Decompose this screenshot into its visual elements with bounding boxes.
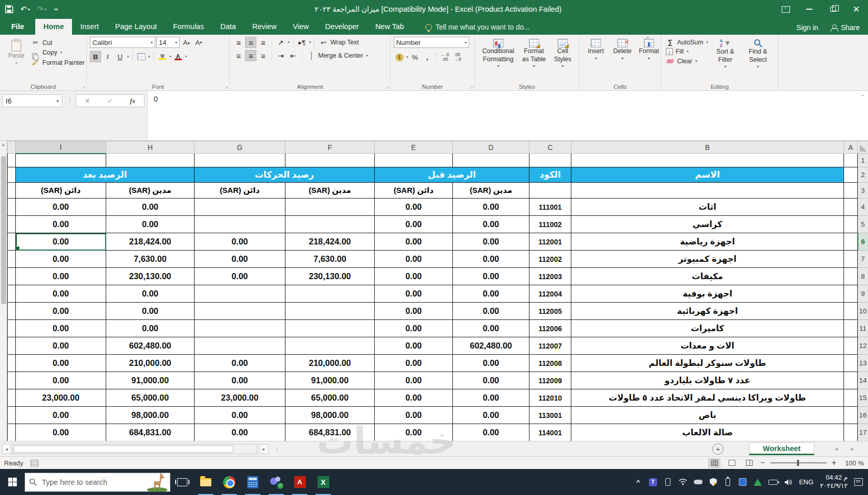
cell[interactable]: كراسي <box>571 216 844 233</box>
accounting-format-button[interactable]: $ <box>394 52 405 63</box>
tray-show-hidden-icons[interactable]: ^ <box>634 478 642 486</box>
cell[interactable]: 684,831.00 <box>285 424 375 441</box>
cell[interactable]: 98,000.00 <box>285 407 375 424</box>
cell[interactable]: 0.00 <box>106 285 195 303</box>
customize-qat-button[interactable]: ⌁ <box>54 5 58 14</box>
cell[interactable]: 0.00 <box>16 337 106 355</box>
column-header-g[interactable]: G <box>195 141 285 154</box>
cell[interactable]: 0.00 <box>106 216 195 233</box>
row-header-5[interactable]: 5 <box>858 216 868 233</box>
cell[interactable]: 0.00 <box>16 216 106 233</box>
group-header[interactable]: الرصيد بعد <box>16 167 195 183</box>
cell[interactable]: 98,000.00 <box>106 407 195 424</box>
cell[interactable]: 112006 <box>529 320 571 337</box>
sign-in-link[interactable]: Sign in <box>797 23 818 32</box>
comma-style-button[interactable]: , <box>422 52 433 63</box>
cell[interactable] <box>106 154 195 167</box>
tray-teams-icon[interactable]: T <box>649 478 657 486</box>
cell[interactable]: صالة الالعاب <box>571 424 844 441</box>
cell[interactable]: 602,480.00 <box>106 337 195 355</box>
decrease-font-size-button[interactable]: A▾ <box>193 37 204 48</box>
cell[interactable] <box>8 303 16 320</box>
cell[interactable]: 210,000.00 <box>285 355 375 372</box>
cell[interactable]: اجهزة بوفية <box>571 285 844 303</box>
autosum-button[interactable]: ∑AutoSum▾ <box>664 38 710 46</box>
cell[interactable]: 0.00 <box>453 251 529 268</box>
cell[interactable]: 112008 <box>529 355 571 372</box>
cell[interactable]: 0.00 <box>195 424 285 441</box>
cell[interactable]: 0.00 <box>375 407 453 424</box>
cell[interactable]: 0.00 <box>453 268 529 285</box>
taskbar-chrome[interactable] <box>218 469 241 495</box>
cell[interactable]: 0.00 <box>16 372 106 389</box>
cell[interactable]: 0.00 <box>375 389 453 407</box>
font-name-combo[interactable]: Calibri▾ <box>90 37 155 48</box>
sort-filter-button[interactable]: AZ▼ Sort & Filter▾ <box>710 37 741 71</box>
decrease-decimal-button[interactable]: .00→.0 <box>452 52 463 63</box>
zoom-in-button[interactable]: + <box>832 458 836 467</box>
cell[interactable]: 0.00 <box>375 337 453 355</box>
cell[interactable]: 0.00 <box>16 303 106 320</box>
cell[interactable] <box>8 154 16 167</box>
cell[interactable] <box>844 251 858 268</box>
cell[interactable] <box>844 407 858 424</box>
cell[interactable]: اجهزة كمبيوتر <box>571 251 844 268</box>
cell[interactable]: 0.00 <box>453 303 529 320</box>
cell[interactable] <box>8 389 16 407</box>
cell[interactable]: 0.00 <box>195 355 285 372</box>
cell[interactable]: اثاث <box>571 199 844 216</box>
conditional-formatting-button[interactable]: ▮▮ Conditional Formatting▾ <box>478 37 518 71</box>
redo-button[interactable]: ↷▾ <box>37 5 47 14</box>
cell[interactable] <box>8 233 16 251</box>
tray-volume-icon[interactable] <box>784 479 792 486</box>
cell[interactable] <box>844 233 858 251</box>
cell[interactable]: 7,630.00 <box>285 251 375 268</box>
sheet-tab-worksheet[interactable]: Worksheet <box>749 442 814 455</box>
cell[interactable] <box>195 199 285 216</box>
tray-security-shield-icon[interactable] <box>709 478 717 486</box>
restore-button[interactable] <box>821 0 845 18</box>
select-all-corner[interactable] <box>858 141 868 154</box>
bold-button[interactable]: B <box>90 51 101 62</box>
format-as-table-button[interactable]: ◢ Format as Table▾ <box>518 37 549 71</box>
cell[interactable]: 0.00 <box>453 372 529 389</box>
cell[interactable] <box>8 285 16 303</box>
cell[interactable] <box>8 355 16 372</box>
row-header-16[interactable]: 16 <box>858 407 868 424</box>
cell[interactable]: 0.00 <box>453 216 529 233</box>
percent-style-button[interactable]: % <box>409 52 421 63</box>
cell[interactable]: 0.00 <box>106 199 195 216</box>
cell[interactable]: 111002 <box>529 216 571 233</box>
subheader-cell[interactable]: مدين (SAR) <box>453 183 529 199</box>
cell[interactable] <box>844 268 858 285</box>
cancel-entry-button[interactable]: ✕ <box>85 97 90 105</box>
font-dialog-launcher[interactable]: ⌟ <box>225 83 228 89</box>
cell[interactable]: 112003 <box>529 268 571 285</box>
undo-button[interactable]: ↶▾ <box>20 5 30 14</box>
formula-bar-collapse-icon[interactable]: ⌃ <box>861 94 865 100</box>
cell[interactable]: 113001 <box>529 407 571 424</box>
row-header-3[interactable]: 3 <box>858 183 868 199</box>
tray-wifi-icon[interactable] <box>679 479 687 485</box>
sheet-nav-prev-arrow[interactable]: ◂ <box>835 445 838 452</box>
cell[interactable]: 0.00 <box>453 389 529 407</box>
align-left-button[interactable]: ≡ <box>233 50 244 61</box>
row-header-2[interactable]: 2 <box>858 167 868 183</box>
minimize-button[interactable] <box>798 0 821 18</box>
cell[interactable] <box>844 355 858 372</box>
row-header-6[interactable]: 6 <box>858 233 868 251</box>
cell[interactable]: 0.00 <box>16 320 106 337</box>
zoom-slider[interactable] <box>770 462 827 463</box>
cell[interactable] <box>529 183 571 199</box>
text-direction-button[interactable]: ▸¶ <box>297 37 308 48</box>
cell[interactable] <box>8 424 16 441</box>
merge-center-button[interactable]: Merge & Center▾ <box>305 52 370 60</box>
cell[interactable]: 230,130.00 <box>106 268 195 285</box>
action-center-icon[interactable] <box>854 478 863 486</box>
macro-record-icon[interactable] <box>31 460 38 466</box>
increase-indent-button[interactable]: ⇥ <box>275 50 286 61</box>
cell[interactable]: 65,000.00 <box>285 389 375 407</box>
tray-language-indicator[interactable]: ENG <box>799 478 813 486</box>
cell[interactable]: مكيفات <box>571 268 844 285</box>
cell[interactable] <box>844 154 858 167</box>
